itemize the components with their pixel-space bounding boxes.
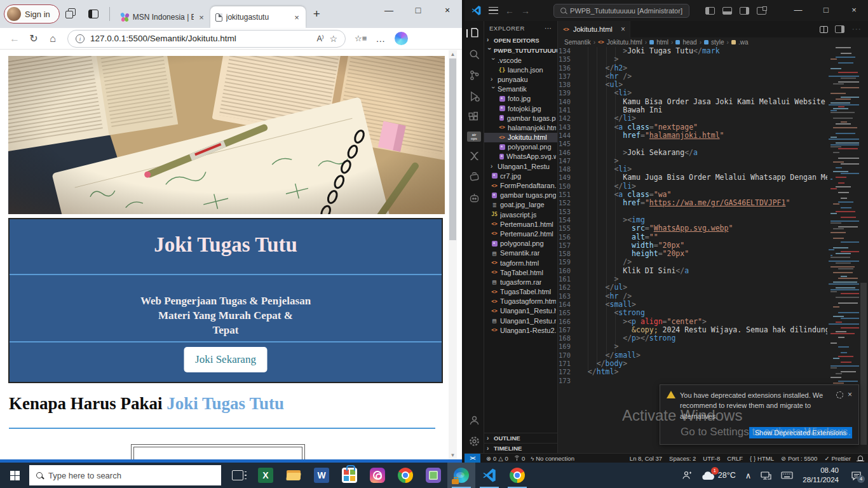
breadcrumb-item[interactable]: .wa [738,39,749,46]
menu-icon[interactable] [489,7,498,14]
file-tree-item[interactable]: gambar tugas.png [484,191,557,200]
keyboard-icon[interactable] [781,471,793,480]
file-tree-item[interactable]: <>TugasTabel.html [484,287,557,297]
live-share-icon[interactable] [468,170,481,184]
file-tree-item[interactable]: cr7.jpg [484,171,557,180]
file-tree-item[interactable]: ▤tugasform.rar [484,277,557,287]
timeline-section[interactable]: › TIMELINE [484,443,557,453]
command-center-search[interactable]: PWPB_Tutututuuuuu [Administrator] [553,4,689,18]
show-deprecated-extensions-button[interactable]: Show Deprecated Extensions [749,427,852,438]
url-text[interactable]: 127.0.0.1:5500/Semantik/Jokitutu.html [90,34,311,43]
nav-back-icon[interactable]: ← [505,6,514,16]
home-icon[interactable]: ⌂ [43,33,62,44]
file-tree-item[interactable]: <>FormPendaftaran.html [484,180,557,190]
editor-scrollbar[interactable] [859,47,868,453]
file-tree-item[interactable]: JSjavascript.js [484,210,557,219]
file-tree-item[interactable]: <>TagTabel.html [484,268,557,277]
file-tree-item[interactable]: ›punyaaku [484,74,557,84]
search-icon[interactable] [468,48,481,61]
network-icon[interactable] [761,471,771,480]
microsoft-store-icon[interactable] [336,463,363,488]
split-editor-icon[interactable] [820,26,828,33]
cursor-position[interactable]: Ln 8, Col 37 [630,455,662,462]
scrollbar-thumb[interactable] [449,58,456,240]
toggle-secondary-sidebar-icon[interactable] [740,7,749,15]
file-tree-item[interactable]: <>Pertemuan2.html [484,229,557,238]
scroll-down-icon[interactable]: ▼ [449,452,457,458]
more-options-icon[interactable]: … [376,33,386,44]
knot-extension-icon[interactable] [468,149,481,163]
chrome-app-icon[interactable] [391,463,419,488]
file-tree-item[interactable]: ›Semantik [484,85,557,94]
airops-extension-icon[interactable]: airops [467,132,481,142]
refresh-icon[interactable]: ↻ [24,32,43,44]
file-tree-item[interactable]: <>halamanjoki.html [484,123,557,132]
remote-indicator[interactable]: >< [465,454,480,463]
file-tree-item[interactable]: <>tagform.html [484,258,557,268]
action-center-icon[interactable]: 4 [851,471,862,480]
scrollbar-thumb[interactable] [860,283,867,445]
page-scrollbar[interactable]: ▲ ▼ [449,50,457,459]
favorite-star-icon[interactable]: ☆ [329,34,337,44]
vscode-app-icon[interactable] [475,463,503,488]
file-tree-item[interactable]: <>Ulangan1_Restu.html [484,306,557,316]
encoding[interactable]: UTF-8 [703,455,720,462]
site-info-icon[interactable]: i [76,34,85,43]
file-tree-item[interactable]: <>Jokitutu.html [484,133,557,142]
nav-forward-icon[interactable]: → [521,6,530,16]
file-tree-item[interactable]: foto.jpg [484,94,557,104]
indentation[interactable]: Spaces: 2 [669,455,696,462]
vertical-tabs-icon[interactable] [88,10,98,18]
chrome-app-icon-2[interactable] [503,463,531,488]
file-explorer-icon[interactable] [280,463,308,488]
tab-msn[interactable]: MSN Indonesia | Be × [115,6,210,28]
file-tree-item[interactable]: <>Tugastagform.html [484,297,557,306]
file-tree[interactable]: ›.vscode{}launch.json›punyaaku›Semantikf… [484,55,557,335]
clock-widget[interactable]: 08.40 28/11/2024 [803,466,839,485]
minimize-button[interactable]: — [784,0,812,21]
weather-widget[interactable]: 1 28°C [702,471,736,480]
run-debug-icon[interactable] [468,90,481,103]
connection-status[interactable]: ϟ No connection [531,455,574,462]
file-tree-item[interactable]: polygonal.png [484,239,557,248]
file-tree-item[interactable]: <>Ulangan1-Restu2.html [484,325,557,335]
breadcrumb-item[interactable]: html [656,39,668,46]
show-hidden-icons-chevron[interactable]: ∧ [745,471,752,480]
close-button[interactable]: × [840,0,868,21]
breadcrumb-item[interactable]: style [711,39,724,46]
joki-sekarang-button[interactable]: Joki Sekarang [184,347,268,372]
notifications-bell-icon[interactable] [858,456,863,461]
source-control-icon[interactable] [468,69,481,82]
new-tab-button[interactable]: + [313,7,320,21]
close-tab-icon[interactable]: × [198,13,205,22]
eol[interactable]: CRLF [727,455,743,462]
problems-status[interactable]: ⊗ 0 △ 0 [486,455,508,462]
excel-app-icon[interactable]: X [252,463,280,488]
folder-app-icon[interactable] [419,463,447,488]
formatter-status[interactable]: ✓ Prettier [824,455,851,462]
word-app-icon[interactable]: W [308,463,336,488]
maximize-button[interactable]: □ [812,0,840,21]
maximize-button[interactable]: □ [403,0,433,22]
address-bar[interactable]: i 127.0.0.1:5500/Semantik/Jokitutu.html … [67,30,346,48]
people-icon[interactable] [682,470,692,480]
explorer-icon[interactable] [468,27,481,40]
open-editors-section[interactable]: › OPEN EDITORS [484,35,557,45]
close-tab-icon[interactable]: × [293,13,301,22]
chat-robot-icon[interactable] [468,191,481,205]
customize-layout-icon[interactable] [757,7,766,15]
read-aloud-icon[interactable]: A) [316,34,323,43]
favorites-bar-icon[interactable]: ☆≡ [355,34,367,43]
editor-more-icon[interactable]: ⋯ [851,24,862,35]
breadcrumb-item[interactable]: head [682,39,696,46]
file-tree-item[interactable]: ≡goat.jpg_large [484,200,557,210]
taskbar-search[interactable]: Type here to search [29,465,221,485]
workspaces-icon[interactable] [65,8,77,20]
file-tree-item[interactable]: ▤Ulangan1_Restu.rar [484,316,557,325]
instagram-app-icon[interactable] [363,463,391,488]
file-tree-item[interactable]: ›.vscode [484,55,557,65]
editor-tab-jokitutu[interactable]: <> Jokitutu.html × [558,21,630,37]
file-tree-item[interactable]: gambar tugas.png [484,113,557,123]
accounts-icon[interactable] [468,414,481,427]
ports-status[interactable]: 0 [514,455,525,462]
